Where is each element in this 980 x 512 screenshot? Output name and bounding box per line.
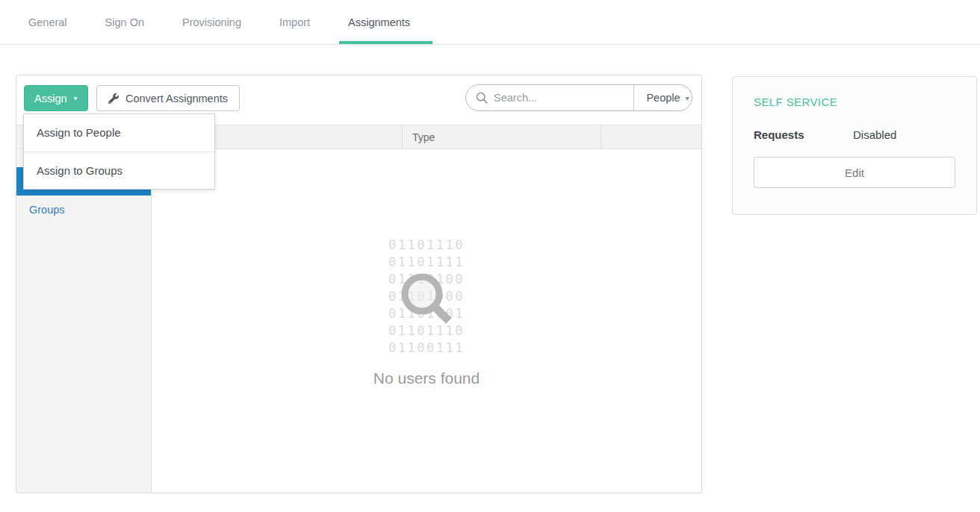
tab-sign-on[interactable]: Sign On (96, 0, 153, 44)
self-service-title: SELF SERVICE (754, 96, 955, 108)
magnifier-icon (400, 272, 455, 330)
empty-state-message: No users found (152, 369, 701, 387)
requests-label: Requests (754, 128, 853, 141)
search-control: People ▾ (465, 84, 692, 111)
search-icon (476, 92, 488, 104)
tab-assignments[interactable]: Assignments (339, 0, 419, 44)
binary-art: 01101110 01101111 01110100 01101000 0110… (388, 237, 465, 357)
assign-button[interactable]: Assign ▾ (24, 85, 88, 111)
edit-button[interactable]: Edit (754, 157, 955, 188)
requests-value: Disabled (853, 128, 896, 141)
binary-line: 01100111 (388, 340, 465, 357)
self-service-panel: SELF SERVICE Requests Disabled Edit (732, 76, 977, 215)
sidebar-item-groups[interactable]: Groups (16, 196, 151, 224)
caret-down-icon: ▾ (74, 94, 78, 102)
filter-sidebar: People Groups (16, 149, 152, 493)
tab-general[interactable]: General (19, 0, 76, 44)
menu-item-assign-to-people[interactable]: Assign to People (24, 114, 214, 152)
menu-item-assign-to-groups[interactable]: Assign to Groups (24, 152, 214, 189)
search-field-area (466, 85, 633, 110)
column-header-type: Type (402, 125, 601, 149)
convert-assignments-button[interactable]: Convert Assignments (96, 85, 240, 111)
tab-import[interactable]: Import (270, 0, 319, 44)
tab-bar: General Sign On Provisioning Import Assi… (0, 0, 980, 45)
assign-dropdown-menu: Assign to People Assign to Groups (23, 113, 215, 190)
assignments-empty-state: 01101110 01101111 01110100 01101000 0110… (152, 149, 701, 493)
caret-down-icon: ▾ (686, 94, 689, 102)
search-scope-label: People (646, 92, 680, 104)
column-header-actions (601, 125, 701, 149)
search-scope-dropdown[interactable]: People ▾ (633, 85, 692, 110)
binary-line: 01101111 (388, 254, 465, 271)
wrench-icon (108, 93, 119, 104)
tab-provisioning[interactable]: Provisioning (173, 0, 250, 44)
assignments-body: People Groups 01101110 01101111 01110100… (16, 149, 701, 493)
search-input[interactable] (494, 92, 633, 104)
assign-button-label: Assign (34, 93, 67, 104)
binary-line: 01101110 (388, 237, 465, 254)
convert-assignments-label: Convert Assignments (125, 93, 228, 104)
